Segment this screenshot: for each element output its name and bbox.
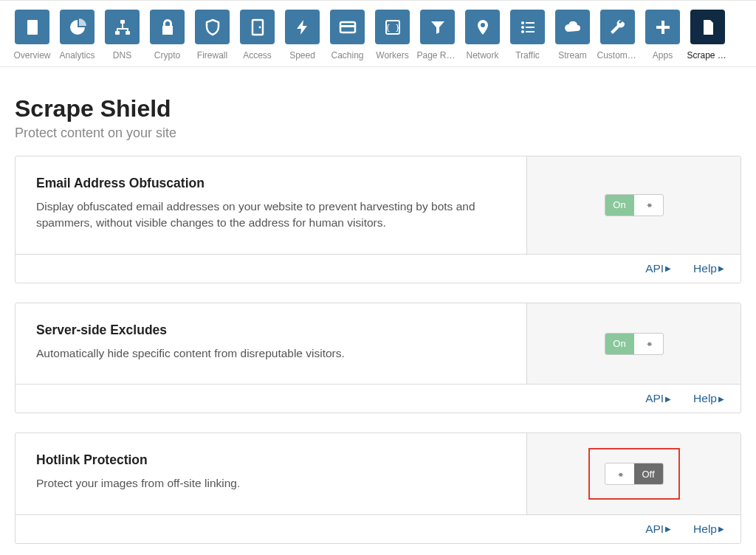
svg-point-9 (521, 21, 524, 24)
card-title: Server-side Excludes (36, 323, 506, 338)
cloud-icon (555, 10, 590, 44)
nav-tab-caching[interactable]: Caching (330, 10, 365, 61)
svg-rect-3 (252, 20, 263, 35)
nav-tab-label: Apps (653, 50, 673, 61)
nav-tab-dns[interactable]: DNS (105, 10, 140, 61)
svg-text:{ }: { } (385, 23, 400, 32)
nav-tab-crypto[interactable]: Crypto (150, 10, 185, 61)
svg-rect-2 (126, 31, 130, 35)
nav-tab-label: Overview (14, 50, 51, 61)
card-icon (330, 10, 365, 44)
document-icon (690, 10, 725, 44)
svg-rect-1 (115, 31, 120, 35)
card-footer: API▶ Help▶ (16, 254, 740, 283)
nav-tab-network[interactable]: Network (465, 10, 500, 61)
card-desc: Display obfuscated email addresses on yo… (36, 199, 494, 232)
clipboard-icon (15, 10, 49, 44)
nav-tab-stream[interactable]: Stream (555, 10, 590, 61)
svg-rect-6 (340, 25, 355, 27)
toggle-off-label: Off (634, 463, 663, 484)
svg-rect-0 (120, 20, 125, 24)
nav-tab-firewall[interactable]: Firewall (195, 10, 230, 61)
caret-right-icon: ▶ (718, 525, 724, 533)
nav-tab-custom[interactable]: Custom … (600, 10, 635, 61)
help-link[interactable]: Help▶ (693, 523, 724, 536)
nav-tab-label: Page Rules (417, 50, 458, 61)
svg-point-11 (521, 26, 524, 29)
card-hotlink-protection: Hotlink Protection Protect your images f… (15, 432, 741, 543)
help-link[interactable]: Help▶ (693, 392, 724, 405)
page-header: Scrape Shield Protect content on your si… (0, 67, 756, 156)
lock-icon (150, 10, 185, 44)
nav-tab-label: DNS (113, 50, 131, 61)
toggle-server-side-excludes[interactable]: On ◂▸ (605, 333, 664, 355)
tree-icon (105, 10, 140, 44)
nav-tab-access[interactable]: Access (240, 10, 275, 61)
svg-point-4 (258, 26, 261, 28)
nav-strip: Overview Analytics DNS Crypto Firewall A… (0, 0, 756, 67)
svg-rect-10 (526, 22, 535, 24)
door-icon (240, 10, 275, 44)
nav-tab-label: Traffic (515, 50, 540, 61)
caret-right-icon: ▶ (665, 395, 671, 403)
nav-tab-label: Caching (331, 50, 363, 61)
svg-rect-12 (526, 27, 535, 28)
shield-icon (195, 10, 230, 44)
plus-icon (645, 10, 680, 44)
toggle-on-label: On (605, 334, 634, 354)
pin-icon (465, 10, 500, 44)
caret-right-icon: ▶ (718, 395, 724, 403)
card-title: Hotlink Protection (36, 452, 506, 468)
card-server-side-excludes: Server-side Excludes Automatically hide … (15, 303, 741, 413)
nav-tab-label: Speed (289, 50, 315, 61)
nav-tab-label: Custom … (597, 50, 639, 61)
nav-tab-workers[interactable]: { } Workers (375, 10, 410, 61)
nav-tab-label: Network (466, 50, 498, 61)
nav-tab-speed[interactable]: Speed (285, 10, 320, 61)
api-link[interactable]: API▶ (645, 523, 671, 536)
help-link[interactable]: Help▶ (693, 262, 724, 275)
card-desc: Automatically hide specific content from… (36, 345, 494, 362)
nav-tab-label: Access (243, 50, 272, 61)
funnel-icon (420, 10, 455, 44)
nav-tab-label: Scrape S… (687, 50, 729, 61)
nav-tab-apps[interactable]: Apps (645, 10, 680, 61)
toggle-hotlink-protection[interactable]: ◂▸ Off (605, 463, 664, 485)
card-side: On ◂▸ (526, 303, 740, 384)
card-desc: Protect your images from off-site linkin… (36, 475, 494, 492)
card-footer: API▶ Help▶ (16, 384, 740, 413)
braces-icon: { } (375, 10, 410, 44)
toggle-grip-icon: ◂▸ (634, 334, 663, 354)
card-footer: API▶ Help▶ (16, 514, 740, 543)
nav-tab-label: Workers (376, 50, 408, 61)
list-icon (510, 10, 545, 44)
svg-point-13 (521, 30, 524, 33)
wrench-icon (600, 10, 635, 44)
page-title: Scrape Shield (15, 95, 741, 123)
pie-chart-icon (60, 10, 94, 44)
card-title: Email Address Obfuscation (36, 176, 506, 191)
toggle-email-obfuscation[interactable]: On ◂▸ (605, 194, 664, 216)
card-side: ◂▸ Off (526, 433, 740, 514)
api-link[interactable]: API▶ (645, 262, 671, 275)
nav-tab-label: Crypto (154, 50, 180, 61)
toggle-on-label: On (605, 195, 634, 216)
bolt-icon (285, 10, 320, 44)
caret-right-icon: ▶ (718, 264, 724, 272)
settings-cards: Email Address Obfuscation Display obfusc… (0, 156, 756, 544)
nav-tab-scrape-shield[interactable]: Scrape S… (690, 10, 725, 61)
nav-tab-traffic[interactable]: Traffic (510, 10, 545, 61)
caret-right-icon: ▶ (665, 525, 671, 533)
card-side: On ◂▸ (526, 156, 740, 254)
svg-rect-14 (526, 31, 535, 32)
nav-tab-overview[interactable]: Overview (15, 10, 49, 61)
api-link[interactable]: API▶ (645, 392, 671, 405)
nav-tab-label: Firewall (197, 50, 227, 61)
nav-tab-analytics[interactable]: Analytics (60, 10, 94, 61)
toggle-grip-icon: ◂▸ (634, 195, 663, 216)
caret-right-icon: ▶ (665, 264, 671, 272)
nav-tab-label: Stream (558, 50, 587, 61)
nav-tab-page-rules[interactable]: Page Rules (420, 10, 455, 61)
toggle-grip-icon: ◂▸ (605, 463, 634, 484)
highlight-annotation: ◂▸ Off (588, 448, 680, 500)
